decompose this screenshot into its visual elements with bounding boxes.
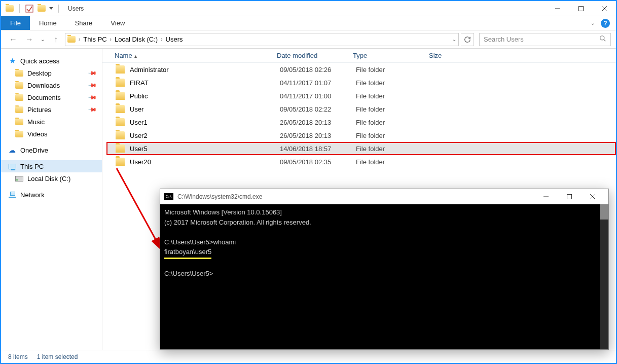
close-button[interactable] xyxy=(593,1,616,16)
chevron-right-icon[interactable]: › xyxy=(159,37,164,42)
search-icon xyxy=(599,35,606,44)
sidebar-item-music[interactable]: Music xyxy=(1,116,102,128)
column-name[interactable]: Name▴ xyxy=(115,52,277,59)
forward-button[interactable]: → xyxy=(22,32,37,47)
row-type: File folder xyxy=(356,145,432,153)
maximize-button[interactable] xyxy=(569,1,593,16)
row-name: User2 xyxy=(130,132,280,139)
cmd-maximize-button[interactable] xyxy=(558,189,581,204)
breadcrumb-item[interactable]: Users xyxy=(166,35,183,43)
column-headers: Name▴ Date modified Type Size xyxy=(102,49,616,63)
sidebar-item-videos[interactable]: Videos xyxy=(1,128,102,140)
sidebar-item-label: Music xyxy=(27,118,45,126)
sidebar-item-pictures[interactable]: Pictures📌 xyxy=(1,103,102,116)
row-name: FIRAT xyxy=(130,79,280,87)
back-button[interactable]: ← xyxy=(6,32,20,47)
folder-icon xyxy=(116,79,125,87)
address-dropdown-icon[interactable]: ⌄ xyxy=(452,37,456,42)
sidebar-onedrive[interactable]: ☁OneDrive xyxy=(1,144,102,156)
breadcrumb-item[interactable]: This PC xyxy=(83,35,106,43)
sidebar-item-label: Local Disk (C:) xyxy=(27,175,70,183)
sidebar-this-pc[interactable]: This PC xyxy=(1,160,102,172)
drive-icon xyxy=(15,174,23,183)
pin-icon: 📌 xyxy=(87,80,97,90)
row-name: Administrator xyxy=(130,66,280,74)
sidebar-item-label: This PC xyxy=(20,163,44,170)
row-date: 26/05/2018 20:13 xyxy=(280,119,356,126)
cmd-close-button[interactable] xyxy=(581,189,604,204)
status-item-count: 8 items xyxy=(8,353,28,360)
minimize-button[interactable] xyxy=(546,1,569,16)
cmd-output[interactable]: Microsoft Windows [Version 10.0.15063] (… xyxy=(160,204,608,349)
new-folder-icon[interactable] xyxy=(37,4,46,13)
status-bar: 8 items 1 item selected xyxy=(1,350,616,363)
sidebar-item-label: Downloads xyxy=(27,82,60,89)
folder-icon xyxy=(5,4,14,13)
table-row[interactable]: User226/05/2018 20:13File folder xyxy=(106,129,616,142)
search-placeholder: Search Users xyxy=(484,35,524,43)
column-type[interactable]: Type xyxy=(353,52,429,59)
row-type: File folder xyxy=(356,92,432,100)
sidebar-quick-access[interactable]: ★ Quick access xyxy=(1,55,102,67)
file-tab[interactable]: File xyxy=(1,16,30,30)
column-size[interactable]: Size xyxy=(429,52,480,59)
sort-asc-icon: ▴ xyxy=(134,53,137,59)
help-icon[interactable]: ? xyxy=(601,19,610,28)
search-input[interactable]: Search Users xyxy=(479,33,611,46)
folder-icon xyxy=(116,105,125,113)
row-date: 26/05/2018 20:13 xyxy=(280,132,356,139)
titlebar: Users xyxy=(1,1,616,16)
recent-dropdown-icon[interactable]: ⌄ xyxy=(39,32,47,47)
table-row[interactable]: User514/06/2018 18:57File folder xyxy=(106,142,616,155)
row-date: 09/05/2018 02:26 xyxy=(280,66,356,74)
chevron-right-icon[interactable]: › xyxy=(77,37,82,42)
folder-icon xyxy=(15,118,23,126)
folder-icon xyxy=(67,35,76,44)
window-title: Users xyxy=(65,5,84,12)
status-selected-count: 1 item selected xyxy=(37,353,78,360)
cmd-titlebar: C:\ C:\Windows\system32\cmd.exe xyxy=(160,189,608,204)
table-row[interactable]: Administrator09/05/2018 02:26File folder xyxy=(106,63,616,76)
row-type: File folder xyxy=(356,105,432,113)
sidebar-item-desktop[interactable]: Desktop📌 xyxy=(1,67,102,79)
sidebar-item-label: Videos xyxy=(27,130,48,138)
tab-share[interactable]: Share xyxy=(66,16,102,30)
properties-icon[interactable] xyxy=(25,4,34,13)
address-bar[interactable]: › This PC › Local Disk (C:) › Users ⌄ xyxy=(65,33,459,46)
sidebar-network[interactable]: Network xyxy=(1,189,102,201)
cmd-window: C:\ C:\Windows\system32\cmd.exe Microsof… xyxy=(160,189,609,350)
cmd-line: Microsoft Windows [Version 10.0.15063] xyxy=(164,208,282,216)
sidebar-item-label: Desktop xyxy=(27,69,52,77)
tab-view[interactable]: View xyxy=(101,16,134,30)
cmd-scroll-thumb[interactable] xyxy=(600,204,608,220)
window-controls xyxy=(546,1,616,16)
sidebar-local-disk[interactable]: Local Disk (C:) xyxy=(1,172,102,185)
chevron-right-icon[interactable]: › xyxy=(108,37,114,42)
up-button[interactable]: ↑ xyxy=(49,32,63,47)
row-date: 04/11/2017 01:07 xyxy=(280,79,356,87)
column-date[interactable]: Date modified xyxy=(277,52,353,59)
row-date: 09/05/2018 02:35 xyxy=(280,158,356,166)
ribbon-expand-icon[interactable]: ⌄ xyxy=(591,20,595,26)
table-row[interactable]: Public04/11/2017 01:00File folder xyxy=(106,89,616,102)
table-row[interactable]: User126/05/2018 20:13File folder xyxy=(106,116,616,129)
qat-dropdown-icon[interactable] xyxy=(49,7,53,10)
refresh-button[interactable] xyxy=(461,33,474,46)
cmd-prompt: C:\Users\User5> xyxy=(164,270,213,277)
tab-home[interactable]: Home xyxy=(30,16,66,30)
folder-icon xyxy=(15,81,23,89)
table-row[interactable]: User09/05/2018 02:22File folder xyxy=(106,102,616,116)
breadcrumb-item[interactable]: Local Disk (C:) xyxy=(115,35,158,43)
sidebar-item-label: OneDrive xyxy=(20,147,48,154)
cmd-minimize-button[interactable] xyxy=(534,189,558,204)
sidebar-item-documents[interactable]: Documents📌 xyxy=(1,91,102,103)
folder-icon xyxy=(15,105,23,114)
pin-icon: 📌 xyxy=(87,68,97,78)
folder-icon xyxy=(116,118,125,126)
table-row[interactable]: FIRAT04/11/2017 01:07File folder xyxy=(106,76,616,89)
folder-icon xyxy=(116,144,125,153)
svg-point-5 xyxy=(600,36,604,40)
cmd-scrollbar[interactable] xyxy=(600,204,608,349)
sidebar-item-downloads[interactable]: Downloads📌 xyxy=(1,79,102,91)
table-row[interactable]: User2009/05/2018 02:35File folder xyxy=(106,155,616,168)
